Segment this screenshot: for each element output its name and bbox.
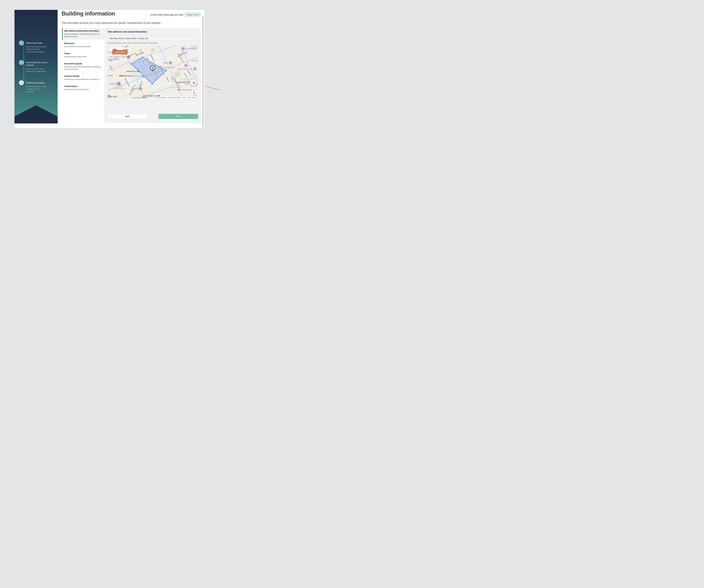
back-arrow-icon: ←	[110, 115, 112, 118]
palette-pin-icon[interactable]	[142, 95, 146, 99]
step-item-title: Basement	[64, 42, 103, 45]
draw-boundary-hint: Draw the boundary of your site by clicki…	[108, 42, 158, 44]
step-item-description: Input information about basement	[64, 46, 103, 48]
step-item-description: Provide your contact details for any fol…	[64, 78, 103, 81]
attribution-link[interactable]: Report a map error	[187, 97, 197, 98]
step-list-item-5[interactable]: Contact DetailsProvide your contact deta…	[62, 73, 104, 82]
clear-drawing-button[interactable]: Clear drawing	[112, 50, 128, 54]
sidebar-chevron-decoration	[14, 100, 58, 123]
underground-roundel-icon	[188, 81, 190, 83]
polygon-vertex-handle[interactable]	[141, 56, 143, 58]
page-title: Building information	[62, 10, 115, 17]
map-attribution: Keyboard shortcutsMap data ©2026 GoogleT…	[157, 96, 198, 99]
step-item-title: Document upload	[64, 62, 103, 65]
pan-control-icon[interactable]	[191, 80, 197, 86]
step-list-item-2[interactable]: BasementInput information about basement	[62, 41, 104, 50]
site-address-input[interactable]	[108, 36, 198, 41]
step-list-item-6[interactable]: ConfirmationReview and confirm informati…	[62, 83, 104, 92]
attribution-link[interactable]: Terms	[183, 97, 186, 98]
pan-right-icon[interactable]	[194, 82, 196, 84]
wizard-step-description: Select how you’d like to provide your bu…	[26, 68, 48, 73]
polygon-midpoint-handle[interactable]	[136, 60, 138, 61]
polygon-vertex-handle[interactable]	[130, 63, 132, 65]
bag-pin-icon[interactable]	[169, 61, 172, 64]
attribution-link[interactable]: Keyboard shortcuts	[157, 97, 167, 98]
step-item-description: Upload any files that would help us unde…	[64, 66, 103, 70]
step-number-badge: 3	[19, 80, 24, 85]
masks-pin-icon[interactable]	[193, 67, 197, 70]
wizard-step-title: Building information	[26, 81, 48, 84]
underground-roundel-icon	[137, 70, 139, 72]
building-pin-icon[interactable]	[159, 66, 162, 69]
polygon-midpoint-handle[interactable]	[159, 77, 160, 78]
step-item-title: Site address and project boundary	[64, 29, 103, 32]
wizard-step-title: Select report type	[26, 42, 48, 44]
polygon-vertex-handle[interactable]	[165, 70, 167, 72]
polygon-midpoint-handle[interactable]	[154, 63, 155, 65]
wizard-step-1: Select report typeEach report level prov…	[19, 41, 54, 53]
polygon-vertex-handle[interactable]	[151, 83, 153, 85]
wizard-step-description: Provide key details to help us tailor yo…	[26, 85, 48, 93]
step-check-icon	[19, 60, 24, 65]
step-item-title: Confirmation	[64, 85, 103, 87]
polygon-midpoint-handle[interactable]	[141, 73, 142, 74]
back-button[interactable]: ← Back	[108, 114, 147, 119]
pegman-icon	[193, 91, 195, 94]
wizard-step-title: How Would You Like to Proceed	[26, 61, 48, 66]
step-list-item-3[interactable]: TowerInput information about tower	[62, 51, 104, 60]
main-card: Select report typeEach report level prov…	[14, 10, 204, 129]
underground-roundel-icon	[119, 75, 121, 77]
contact-neuron-button[interactable]: Contact Neuron	[184, 12, 201, 17]
underground-roundel-icon	[121, 75, 123, 77]
pan-left-icon[interactable]	[192, 82, 193, 84]
wizard-step-3: 3Building informationProvide key details…	[19, 80, 54, 93]
pegman-control[interactable]	[191, 90, 196, 95]
museum-pin-icon[interactable]	[181, 47, 185, 50]
wizard-sidebar: Select report typeEach report level prov…	[14, 10, 58, 123]
bag-pin-icon[interactable]	[139, 87, 142, 90]
bed-pin-icon[interactable]	[117, 82, 121, 85]
step-item-description: Input information about tower	[64, 56, 103, 58]
form-panel: Site address and project boundary Draw t…	[105, 28, 201, 123]
next-arrow-icon: →	[194, 115, 196, 117]
pan-down-icon[interactable]	[193, 83, 194, 85]
bag-pin-icon[interactable]	[141, 74, 145, 78]
step-list: Site address and project boundaryPlease …	[62, 28, 104, 92]
bed-pin-icon[interactable]	[127, 55, 130, 59]
step-item-description: Review and confirm information	[64, 88, 103, 91]
next-button[interactable]: Next →	[159, 114, 198, 119]
wizard-step-description: Each report level provides different dep…	[26, 46, 48, 53]
masks-pin-icon[interactable]	[184, 64, 188, 67]
step-list-item-4[interactable]: Document uploadUpload any files that wou…	[62, 61, 104, 72]
map-canvas[interactable]: New Cavendish StMortimer StRiding House …	[108, 46, 198, 99]
step-check-icon	[19, 41, 24, 45]
page-subtitle: This information ensures your report add…	[62, 21, 161, 24]
step-list-item-1[interactable]: Site address and project boundaryPlease …	[62, 28, 104, 40]
wizard-step-2: How Would You Like to ProceedSelect how …	[19, 60, 54, 73]
map-data-copyright: Map data ©2026 Google	[169, 97, 181, 98]
underground-roundel-icon	[178, 89, 180, 91]
section-heading: Site address and project boundary	[108, 30, 147, 33]
step-item-description: Please provide the site address and draw…	[64, 33, 103, 38]
info-icon[interactable]: i	[151, 48, 155, 52]
step-item-title: Tower	[64, 52, 103, 55]
step-item-title: Contact Details	[64, 75, 103, 77]
report-help-text: Unsure which report type you need	[150, 13, 183, 16]
page-scrollbar[interactable]	[202, 16, 203, 127]
